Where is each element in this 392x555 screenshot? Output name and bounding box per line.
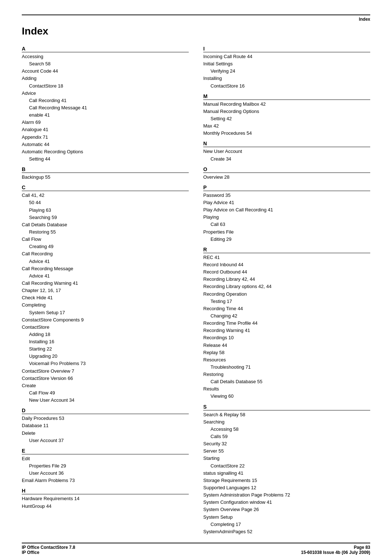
section-letter-n: N: [203, 141, 370, 147]
index-entry: System Configuration window 41: [203, 499, 370, 506]
index-entry: ConstactStore Components 9: [22, 316, 189, 324]
index-entry: Hardware Requirements 14: [22, 495, 189, 502]
index-entry: Changing 42: [203, 312, 370, 320]
index-entry: Replay 58: [203, 349, 370, 356]
page-title: Index: [22, 25, 370, 37]
index-entry: Record Inbound 44: [203, 261, 370, 268]
index-entry: Call Recording Warning 41: [22, 280, 189, 287]
index-entry: Call Flow 49: [22, 389, 189, 397]
index-entry: Recording Library 42, 44: [203, 276, 370, 283]
index-entry: Edit: [22, 455, 189, 462]
index-entry: Overview 28: [203, 174, 370, 181]
index-entry: Appendix 71: [22, 134, 189, 141]
index-entry: Troubleshooting 71: [203, 364, 370, 371]
index-entry: Calls 59: [203, 433, 370, 440]
section-letter-s: S: [203, 404, 370, 410]
index-entry: Restoring 55: [22, 228, 189, 236]
index-entry: HuntGroup 44: [22, 503, 189, 510]
section-letter-p: P: [203, 185, 370, 191]
index-entry: Restoring: [203, 371, 370, 378]
index-entry: Advice 41: [22, 258, 189, 265]
index-entry: Call Flow: [22, 236, 189, 243]
index-entry: Starting: [203, 455, 370, 462]
footer-left-line1: IP Office ContactStore 7.8: [22, 545, 75, 550]
index-entry: Installing: [203, 75, 370, 82]
index-entry: Viewing 60: [203, 393, 370, 400]
index-entry: Recording Warning 41: [203, 327, 370, 334]
index-entry: Starting 22: [22, 345, 189, 353]
index-entry: Monthly Procedures 54: [203, 130, 370, 137]
footer-left: IP Office ContactStore 7.8 IP Office: [22, 545, 75, 555]
left-column: AAccessingSearch 58Account Code 44Adding…: [22, 42, 189, 535]
index-entry: System Administration Page Problems 72: [203, 491, 370, 499]
index-entry: Create: [22, 382, 189, 389]
index-entry: Call Recording Message 41: [22, 104, 189, 112]
index-entry: Editing 29: [203, 236, 370, 243]
index-entry: Recording Operation: [203, 291, 370, 298]
index-entry: Max 42: [203, 122, 370, 130]
index-entry: Playing: [203, 214, 370, 221]
index-entry: Search & Replay 58: [203, 411, 370, 418]
index-entry: Record Outbound 44: [203, 268, 370, 276]
index-entry: enable 41: [22, 112, 189, 119]
index-entry: Advice 41: [22, 272, 189, 280]
index-entry: Play Advice on Call Recording 41: [203, 206, 370, 214]
index-entry: Adding: [22, 75, 189, 82]
section-letter-r: R: [203, 247, 370, 253]
index-entry: Properties File 29: [22, 462, 189, 470]
index-entry: Backingup 55: [22, 174, 189, 181]
index-entry: Release 44: [203, 342, 370, 349]
index-entry: Search 58: [22, 60, 189, 68]
index-entry: Results: [203, 385, 370, 393]
index-entry: Accessing 58: [203, 426, 370, 433]
index-columns: AAccessingSearch 58Account Code 44Adding…: [22, 42, 370, 535]
index-entry: System Overview Page 26: [203, 506, 370, 513]
index-entry: Advice: [22, 90, 189, 97]
index-entry: Searching: [203, 418, 370, 426]
index-entry: Upgrading 20: [22, 353, 189, 360]
index-entry: Incoming Call Route 44: [203, 53, 370, 60]
index-entry: Accessing: [22, 53, 189, 60]
index-entry: Daily Procedures 53: [22, 415, 189, 422]
index-entry: Playing 63: [22, 207, 189, 214]
index-entry: Call Details Database: [22, 221, 189, 228]
index-entry: Manual Recording Mailbox 42: [203, 101, 370, 108]
index-entry: Setting 44: [22, 155, 189, 163]
index-entry: Call 63: [203, 221, 370, 228]
index-entry: ContactStore: [22, 324, 189, 331]
index-entry: Creating 49: [22, 243, 189, 250]
section-letter-e: E: [22, 448, 189, 454]
top-rule: [22, 15, 370, 15]
index-entry: User Account 37: [22, 437, 189, 444]
index-entry: ContactStore Overview 7: [22, 368, 189, 375]
index-entry: Completing: [22, 301, 189, 309]
index-entry: Testing 17: [203, 298, 370, 305]
index-entry: status signalling 41: [203, 470, 370, 477]
index-entry: ContactStore 22: [203, 462, 370, 470]
index-entry: Security 32: [203, 440, 370, 447]
index-entry: Call Recording 41: [22, 97, 189, 104]
index-entry: Delete: [22, 430, 189, 437]
top-header-label: Index: [22, 17, 370, 22]
right-column: IIncoming Call Route 44Initial SettingsV…: [203, 42, 370, 535]
index-entry: Call Recording Message: [22, 265, 189, 272]
index-entry: Check Hide 41: [22, 294, 189, 301]
footer-right: Page 83 15-601038 Issue 4b (06 July 2009…: [301, 545, 370, 555]
index-entry: New User Account 34: [22, 397, 189, 404]
index-entry: Analogue 41: [22, 126, 189, 133]
index-entry: Storage Requirements 15: [203, 477, 370, 484]
index-entry: User Account 36: [22, 470, 189, 477]
index-entry: SystemAdminPages 52: [203, 528, 370, 535]
index-entry: Adding 18: [22, 331, 189, 338]
index-entry: Initial Settings: [203, 60, 370, 68]
index-entry: Completing 17: [203, 521, 370, 528]
index-entry: Manual Recording Options: [203, 108, 370, 115]
index-entry: Alarm 69: [22, 119, 189, 126]
index-entry: Call Recording: [22, 250, 189, 258]
section-letter-b: B: [22, 166, 189, 173]
index-entry: Resources: [203, 356, 370, 364]
index-entry: Call Details Database 55: [203, 378, 370, 385]
bottom-rule: [22, 543, 370, 543]
index-entry: Call 41, 42: [22, 192, 189, 199]
index-entry: Chapter 12, 16, 17: [22, 287, 189, 294]
